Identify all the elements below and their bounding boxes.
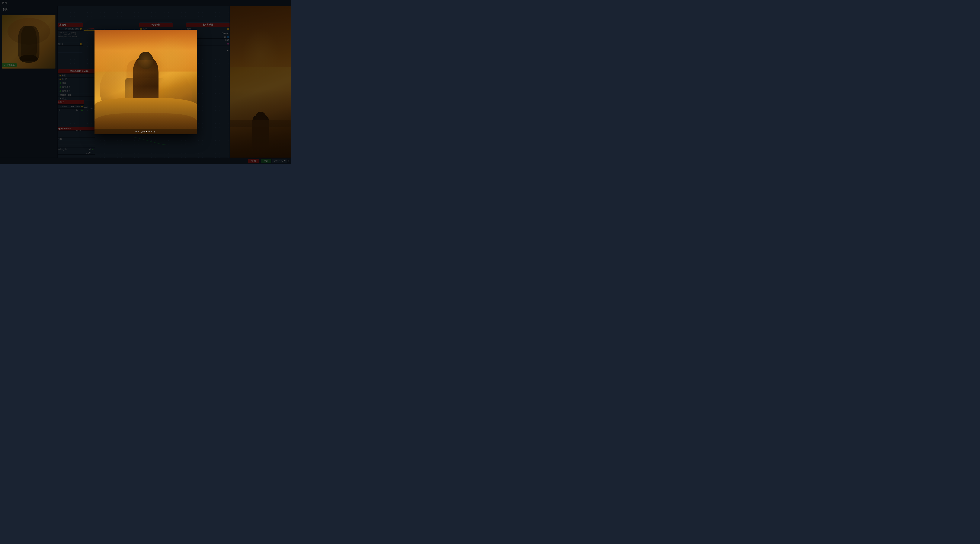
lightbox-overlay[interactable]: 1:00 ► [0, 0, 291, 164]
lb-dot-4 [148, 131, 150, 132]
lb-dot-3 [146, 131, 147, 132]
lb-dot-2 [138, 131, 139, 132]
lb-dot-1 [135, 131, 137, 132]
lightbox-bottom-bar: 1:00 ► [94, 129, 197, 134]
lightbox-image: 1:00 ► [94, 30, 197, 134]
lightbox-time: 1:00 [141, 131, 145, 133]
lb-dot-5 [151, 131, 152, 132]
lightbox-play[interactable]: ► [154, 131, 156, 133]
